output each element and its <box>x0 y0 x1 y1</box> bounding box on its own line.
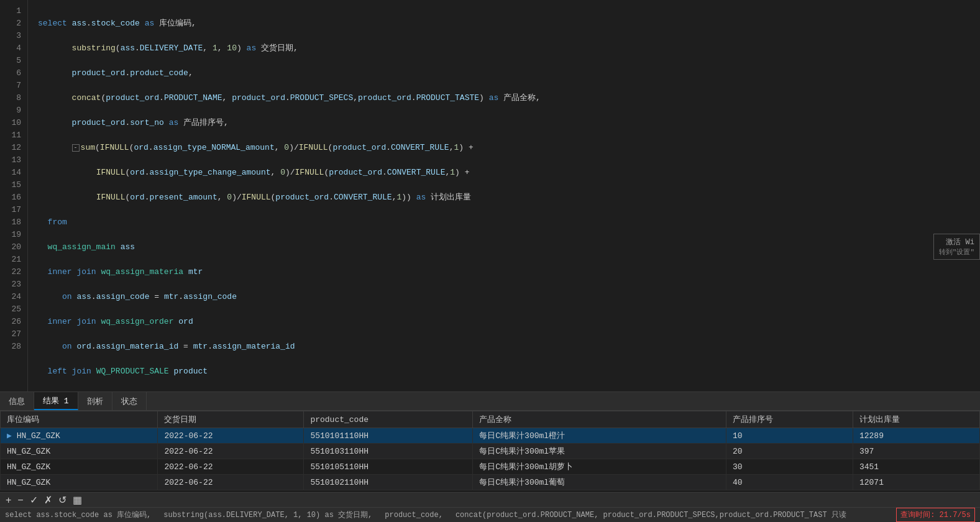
tab-profiling[interactable]: 剖析 <box>78 392 112 410</box>
cell-productname: 每日C纯果汁300ml橙汁 <box>473 428 726 444</box>
table-row[interactable]: HN_GZ_GZK 2022-06-22 5510105110HH 每日C纯果汁… <box>1 459 980 475</box>
cell-warehouse: HN_GZ_GZK <box>1 444 158 459</box>
table-row[interactable]: HN_GZ_GZK 2022-06-22 5510103110HH 每日C纯果汁… <box>1 444 980 459</box>
bottom-toolbar: + − ✓ ✗ ↺ ▦ <box>0 492 980 507</box>
activation-text: 激活 Wi <box>939 237 974 247</box>
tab-results[interactable]: 结果 1 <box>34 392 78 410</box>
status-sql2: substring(ass.DELIVERY_DATE, 1, 10) as 交… <box>163 510 372 520</box>
cell-productname: 每日C纯果汁300ml胡萝卜 <box>473 459 726 475</box>
activation-settings[interactable]: 转到"设置" <box>939 247 974 257</box>
tab-info[interactable]: 信息 <box>0 392 34 410</box>
results-area[interactable]: 库位编码 交货日期 product_code 产品全称 产品排序号 计划出库量 … <box>0 411 980 492</box>
status-sql3: product_code, <box>385 511 443 520</box>
results-table: 库位编码 交货日期 product_code 产品全称 产品排序号 计划出库量 … <box>0 411 980 490</box>
cell-productcode: 5510101110HH <box>304 428 473 444</box>
col-header-sortno: 产品排序号 <box>726 411 853 428</box>
cell-warehouse: HN_GZ_GZK <box>1 475 158 490</box>
cell-planqty: 3451 <box>853 459 979 475</box>
col-header-productcode: product_code <box>304 411 473 428</box>
query-time: 查询时间: 21.7/5s <box>896 508 975 522</box>
tab-bar: 信息 结果 1 剖析 状态 <box>0 392 980 411</box>
cell-sortno: 10 <box>726 428 853 444</box>
cell-date: 2022-06-22 <box>158 428 304 444</box>
tab-status[interactable]: 状态 <box>112 392 147 410</box>
table-row[interactable]: ▶ HN_GZ_GZK 2022-06-22 5510101110HH 每日C纯… <box>1 428 980 444</box>
cell-productcode: 5510105110HH <box>304 459 473 475</box>
cell-sortno: 30 <box>726 459 853 475</box>
cell-warehouse: ▶ HN_GZ_GZK <box>1 428 158 444</box>
cell-sortno: 20 <box>726 444 853 459</box>
table-row[interactable]: HN_GZ_GZK 2022-06-22 5510102110HH 每日C纯果汁… <box>1 475 980 490</box>
code-editor[interactable]: select ass.stock_code as 库位编码, substring… <box>28 0 980 392</box>
cell-productname: 每日C纯果汁300ml葡萄 <box>473 475 726 490</box>
cancel-button[interactable]: ✗ <box>42 495 54 505</box>
cell-planqty: 397 <box>853 444 979 459</box>
line-numbers: 12345 678910 1112131415 1617181920 21222… <box>0 0 28 392</box>
cell-date: 2022-06-22 <box>158 444 304 459</box>
activation-notice: 激活 Wi 转到"设置" <box>933 234 980 260</box>
cell-planqty: 12289 <box>853 428 979 444</box>
cell-sortno: 40 <box>726 475 853 490</box>
bottom-panel: 信息 结果 1 剖析 状态 库位编码 交货日期 product_code 产品全… <box>0 392 980 522</box>
status-sql1: select ass.stock_code as 库位编码, <box>5 510 151 520</box>
export-button[interactable]: ▦ <box>71 495 84 505</box>
col-header-planqty: 计划出库量 <box>853 411 979 428</box>
confirm-button[interactable]: ✓ <box>28 495 40 505</box>
cell-date: 2022-06-22 <box>158 459 304 475</box>
query-status-bar: select ass.stock_code as 库位编码, substring… <box>0 507 980 522</box>
col-header-productname: 产品全称 <box>473 411 726 428</box>
cell-productcode: 5510103110HH <box>304 444 473 459</box>
cell-date: 2022-06-22 <box>158 475 304 490</box>
delete-row-button[interactable]: − <box>16 495 25 505</box>
cell-warehouse: HN_GZ_GZK <box>1 459 158 475</box>
col-header-deliverydate: 交货日期 <box>158 411 304 428</box>
add-row-button[interactable]: + <box>4 495 13 505</box>
cell-productname: 每日C纯果汁300ml苹果 <box>473 444 726 459</box>
cell-productcode: 5510102110HH <box>304 475 473 490</box>
col-header-warehousecode: 库位编码 <box>1 411 158 428</box>
refresh-button[interactable]: ↺ <box>57 495 68 505</box>
cell-planqty: 12071 <box>853 475 979 490</box>
status-sql4: concat(product_ord.PRODUCT_NAME, product… <box>456 510 846 520</box>
